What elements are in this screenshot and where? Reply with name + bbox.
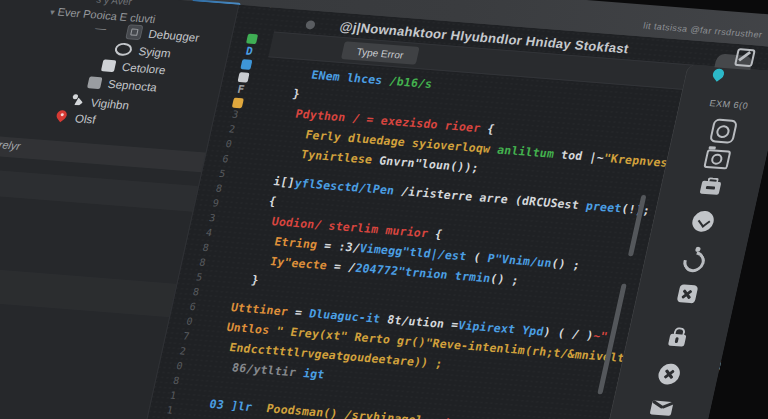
- pin-icon: [54, 110, 70, 124]
- code-token: }: [291, 86, 301, 100]
- code-token: {: [486, 122, 496, 136]
- status-dot-icon: [305, 20, 316, 30]
- sidebar-item-label: Cetolore: [121, 61, 167, 76]
- code-token: ~reta: [421, 414, 460, 419]
- clock-icon: [708, 118, 737, 144]
- code-token: Etring: [273, 234, 319, 251]
- code-token: {: [434, 227, 444, 241]
- sidebar-highlight-row-3: [0, 249, 176, 318]
- gutter-yellow-square-icon: [232, 97, 244, 108]
- lock-button[interactable]: [627, 323, 728, 350]
- file-icon: [101, 59, 117, 72]
- code-token: () ;: [550, 256, 581, 272]
- code-token: Tynirtlese: [300, 147, 381, 167]
- code-token: ) ( / ): [542, 325, 595, 343]
- teal-pin-icon[interactable]: [711, 66, 727, 81]
- file-gray-icon: [87, 76, 103, 89]
- code-token: () ;: [489, 271, 520, 287]
- briefcase-icon: [700, 181, 722, 195]
- code-token: /b16/s: [388, 74, 434, 91]
- code-token: 03 ]lr: [208, 397, 268, 415]
- gutter-letter-badge: D: [245, 45, 254, 58]
- sidebar-item-label: Sepnocta: [107, 78, 158, 94]
- gutter-blue-square-icon: [240, 59, 252, 70]
- line-number: 1: [148, 403, 191, 419]
- screenshot-viewport: lit tatsissa @far rrsdrusther amndCoot s…: [0, 0, 768, 419]
- gutter-green-square-icon: [246, 33, 258, 44]
- gear-icon: [114, 42, 134, 56]
- code-token: Untlos: [225, 320, 271, 337]
- code-token: tod |~: [560, 148, 606, 165]
- sidebar-item-label: Olsf: [74, 112, 97, 125]
- gutter-letter-badge: F: [236, 83, 245, 96]
- sidebar-item-syigm[interactable]: Syigm: [114, 42, 173, 59]
- code-token: {: [268, 194, 278, 208]
- tab-type-error[interactable]: Type Error: [341, 41, 419, 65]
- person-icon: [70, 94, 86, 108]
- sidebar-item-cetolore[interactable]: Cetolore: [101, 59, 167, 76]
- code-token: igt: [302, 366, 326, 381]
- chevron-down-button[interactable]: [652, 207, 753, 235]
- briefcase-button[interactable]: [661, 173, 762, 198]
- gutter-white-square-icon: [238, 72, 250, 83]
- code-token: }: [250, 273, 260, 287]
- sidebar-item-label: Debugger: [148, 27, 201, 43]
- code-token: Dluaguc-it: [308, 306, 382, 325]
- code-token: preet: [585, 199, 624, 216]
- code-token: 86/ytltir: [231, 360, 305, 379]
- close-circle-icon: [656, 363, 682, 385]
- sidebar-item-label: Syigm: [138, 45, 172, 59]
- code-token: anliltum: [496, 143, 563, 162]
- sidebar-item-olsf[interactable]: Olsf: [54, 110, 97, 126]
- camera-icon: [703, 149, 731, 170]
- tilted-editor-scene: lit tatsissa @far rrsdrusther amndCoot s…: [0, 0, 766, 419]
- code-editor-window: s y Aver ▾Ever Pooica E cluvti — ▴ Debug…: [0, 0, 768, 419]
- refresh-icon: [680, 247, 709, 276]
- code-token: Iy"eecte: [269, 254, 329, 272]
- sidebar-item-label: Vigihbn: [90, 96, 131, 111]
- sidebar-item-debugger[interactable]: Debugger: [125, 24, 201, 44]
- code-token: ENem lhces: [310, 68, 391, 88]
- sidebar-faint-top-text: s y Aver: [95, 0, 133, 7]
- close-square-button[interactable]: [637, 281, 738, 306]
- close-square-icon: [676, 284, 698, 303]
- lock-icon: [667, 334, 686, 347]
- mail-icon: [650, 400, 674, 415]
- collapse-indicator[interactable]: —: [94, 22, 108, 35]
- chevron-down-icon: ▾: [49, 7, 56, 17]
- sidebar-item-sepnocta[interactable]: Sepnocta: [87, 76, 158, 93]
- code-token: P"Vnim/un: [486, 251, 553, 270]
- code-token: ~": [592, 329, 609, 344]
- chevron-down-icon: [690, 210, 716, 232]
- toolbar-label: EXM 6(0: [679, 96, 768, 113]
- clock-button[interactable]: [672, 115, 768, 146]
- code-token: = :3/: [316, 238, 362, 255]
- sidebar-item-vigihbn[interactable]: Vigihbn: [70, 94, 131, 111]
- refresh-button[interactable]: [643, 248, 744, 276]
- mail-button[interactable]: [612, 397, 712, 418]
- close-circle-button[interactable]: [619, 360, 720, 388]
- debugger-icon: [125, 24, 143, 40]
- code-token: Utttiner: [230, 300, 290, 318]
- code-token: = /: [326, 259, 357, 275]
- sidebar-highlight-row: [0, 118, 206, 173]
- camera-button[interactable]: [666, 143, 768, 172]
